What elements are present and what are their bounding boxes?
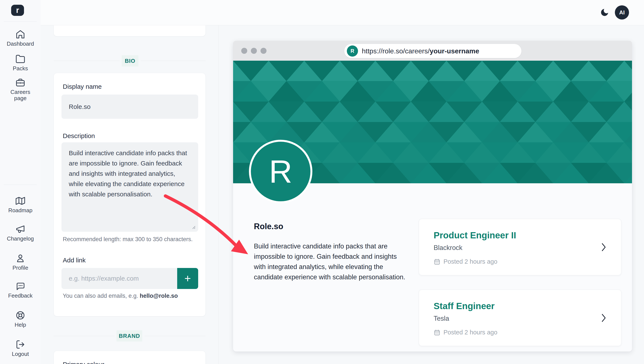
favicon-letter: R	[350, 48, 354, 54]
sidebar-item-feedback[interactable]: Feedback	[0, 281, 41, 299]
chevron-right-icon[interactable]	[600, 312, 607, 323]
job-card-staff-engineer[interactable]: Staff Engineer Tesla Posted 2 hours ago	[419, 290, 621, 346]
sidebar-item-label: Feedback	[8, 293, 32, 299]
description-textarea[interactable]: Build interactive candidate info packs t…	[62, 142, 198, 232]
favicon-r-badge: R	[347, 46, 358, 57]
app-logo-letter: r	[16, 6, 19, 15]
sidebar-item-profile[interactable]: Profile	[0, 253, 41, 271]
sidebar-divider-bottom	[4, 185, 37, 185]
sidebar-divider-top	[4, 22, 37, 22]
logout-icon	[16, 339, 25, 349]
column-divider	[218, 25, 218, 364]
folder-icon	[16, 54, 25, 64]
brand-form-card: Primary colour	[54, 351, 206, 364]
browser-toolbar: R https://role.so/careers/your-username	[233, 41, 632, 61]
browser-dot-icon	[251, 48, 257, 54]
top-bar: AI	[41, 0, 644, 25]
app-logo[interactable]: r	[11, 5, 24, 16]
add-link-row: +	[62, 268, 198, 289]
home-icon	[16, 29, 25, 39]
chevron-right-icon[interactable]	[600, 242, 607, 252]
sidebar-item-packs[interactable]: Packs	[0, 54, 41, 72]
megaphone-icon	[16, 224, 25, 234]
sidebar-item-dashboard[interactable]: Dashboard	[0, 29, 41, 47]
job-card-product-engineer[interactable]: Product Engineer II Blackrock Posted 2 h…	[419, 219, 621, 275]
company-avatar: R	[249, 140, 312, 203]
dark-mode-toggle[interactable]	[600, 8, 609, 17]
company-description: Build interactive candidate info packs t…	[254, 241, 406, 282]
primary-colour-label: Primary colour	[63, 361, 104, 364]
careers-page-preview-window: R https://role.so/careers/your-username …	[233, 41, 632, 351]
user-avatar[interactable]: AI	[615, 5, 629, 20]
sidebar-item-label: Logout	[12, 351, 29, 357]
calendar-icon	[434, 258, 440, 265]
bio-section-badge: BIO	[122, 55, 138, 67]
add-link-input[interactable]	[62, 268, 177, 289]
description-textarea-wrap: Build interactive candidate info packs t…	[62, 142, 198, 232]
company-avatar-letter: R	[269, 153, 292, 190]
browser-url-bar[interactable]: R https://role.so/careers/your-username	[344, 44, 522, 58]
sidebar-item-label: Careers page	[4, 89, 36, 101]
job-posted-row: Posted 2 hours ago	[434, 329, 498, 336]
chat-bubble-icon	[16, 281, 25, 291]
job-title[interactable]: Product Engineer II	[434, 230, 516, 240]
sidebar-item-label: Roadmap	[8, 207, 32, 213]
email-helper-address: hello@role.so	[140, 293, 178, 299]
description-helper: Recommended length: max 300 to 350 chara…	[63, 236, 192, 243]
sidebar-item-label: Profile	[12, 265, 28, 271]
job-posted-text: Posted 2 hours ago	[444, 258, 498, 265]
form-card-clipped-top	[54, 25, 206, 37]
job-company: Blackrock	[434, 244, 462, 252]
job-posted-row: Posted 2 hours ago	[434, 258, 498, 265]
user-icon	[16, 253, 25, 263]
url-username: your-username	[430, 47, 479, 55]
bio-form-card: Display name Description Build interacti…	[54, 73, 206, 316]
job-title[interactable]: Staff Engineer	[434, 301, 495, 311]
browser-dot-icon	[260, 48, 266, 54]
browser-dot-icon	[241, 48, 247, 54]
app-root: AI r Dashboard Packs Careers page Roadma…	[0, 0, 644, 364]
sidebar-item-label: Packs	[13, 65, 28, 72]
bio-section-line-right	[140, 61, 206, 61]
display-name-label: Display name	[63, 83, 102, 90]
brand-section-line-right	[144, 336, 206, 336]
sidebar-item-help[interactable]: Help	[0, 310, 41, 328]
brand-section-badge: BRAND	[116, 330, 142, 341]
url-prefix: https://role.so/careers/	[362, 47, 430, 55]
add-link-button[interactable]: +	[177, 268, 198, 289]
sidebar-item-label: Changelog	[7, 236, 34, 242]
email-helper-prefix: You can also add emails, e.g.	[63, 293, 140, 299]
user-avatar-initials: AI	[619, 9, 625, 16]
briefcase-icon	[16, 78, 25, 88]
sidebar-item-roadmap[interactable]: Roadmap	[0, 196, 41, 213]
job-posted-text: Posted 2 hours ago	[444, 329, 498, 336]
job-company: Tesla	[434, 315, 449, 322]
sidebar-item-careers-page[interactable]: Careers page	[0, 78, 41, 101]
resize-handle-icon[interactable]	[191, 224, 196, 229]
bio-section-line-left	[54, 61, 120, 61]
company-name-heading: Role.so	[254, 222, 283, 231]
sidebar: r Dashboard Packs Careers page Roadmap C…	[0, 0, 41, 364]
email-helper: You can also add emails, e.g. hello@role…	[63, 293, 178, 299]
url-text: https://role.so/careers/your-username	[362, 47, 479, 55]
sidebar-item-label: Help	[14, 322, 26, 328]
map-icon	[16, 196, 25, 206]
sidebar-item-logout[interactable]: Logout	[0, 339, 41, 357]
sidebar-item-changelog[interactable]: Changelog	[0, 224, 41, 242]
sidebar-item-label: Dashboard	[7, 41, 34, 47]
add-link-label: Add link	[63, 257, 86, 264]
lifebuoy-icon	[16, 310, 25, 320]
brand-section-line-left	[54, 336, 114, 336]
description-label: Description	[63, 132, 95, 140]
moon-icon	[600, 8, 609, 17]
calendar-icon	[434, 329, 440, 336]
display-name-input[interactable]	[62, 95, 198, 119]
